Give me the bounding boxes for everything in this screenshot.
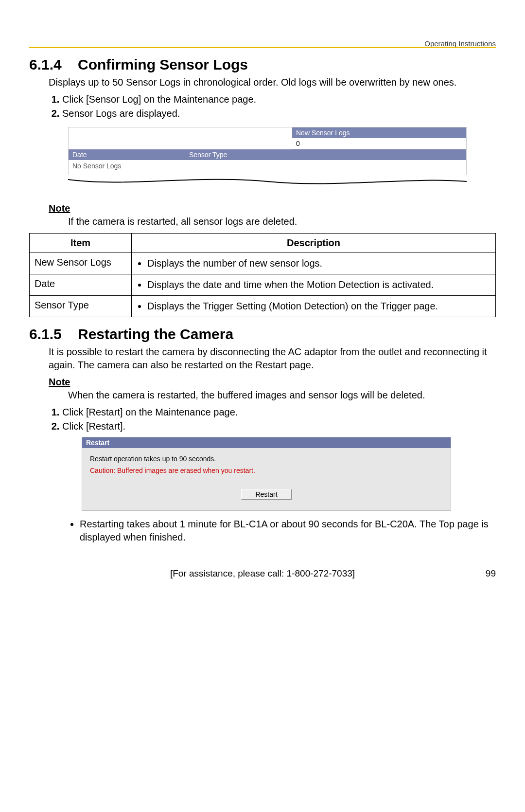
section-615-title: Restarting the Camera — [78, 326, 233, 342]
cell-item: Date — [30, 274, 132, 296]
section-615-bullets: Restarting takes about 1 minute for BL-C… — [49, 518, 496, 544]
section-614-heading: 6.1.4Confirming Sensor Logs — [29, 56, 496, 73]
section-614-steps: Click [Sensor Log] on the Maintenance pa… — [49, 94, 496, 119]
col-date: Date — [69, 149, 185, 160]
restart-button[interactable]: Restart — [241, 489, 291, 500]
step-text: Click [Restart] on the Maintenance page. — [62, 407, 238, 417]
table-row: Date Displays the date and time when the… — [30, 274, 496, 296]
section-615-heading: 6.1.5Restarting the Camera — [29, 326, 496, 343]
step-text: Click [Sensor Log] on the Maintenance pa… — [62, 94, 256, 105]
cell-desc: Displays the date and time when the Moti… — [132, 274, 496, 296]
section-614-intro: Displays up to 50 Sensor Logs in chronol… — [49, 76, 496, 89]
section-614-title: Confirming Sensor Logs — [78, 56, 248, 72]
note-label: Note — [49, 377, 496, 388]
cell-item: Sensor Type — [30, 296, 132, 317]
new-sensor-logs-value: 0 — [292, 138, 466, 149]
sensor-log-screenshot: New Sensor Logs 0 Date Sensor Type No Se… — [68, 127, 467, 175]
section-615-number: 6.1.5 — [29, 326, 78, 343]
section-615-intro: It is possible to restart the camera by … — [49, 345, 496, 372]
note-label: Note — [49, 203, 496, 214]
table-row: New Sensor Logs Displays the number of n… — [30, 253, 496, 274]
section-615-steps: Click [Restart] on the Maintenance page.… — [49, 407, 496, 432]
restart-msg-duration: Restart operation takes up to 90 seconds… — [90, 455, 443, 463]
page-footer: [For assistance, please call: 1-800-272-… — [29, 568, 496, 579]
footer-assistance: [For assistance, please call: 1-800-272-… — [58, 568, 467, 579]
cell-desc: Displays the number of new sensor logs. — [132, 253, 496, 274]
new-sensor-logs-header: New Sensor Logs — [292, 127, 466, 138]
note-body: When the camera is restarted, the buffer… — [68, 389, 496, 402]
footer-page-number: 99 — [467, 568, 496, 579]
cell-desc-text: Displays the number of new sensor logs. — [147, 257, 490, 270]
th-item: Item — [30, 234, 132, 253]
header-rule — [29, 47, 496, 48]
sensor-log-description-table: Item Description New Sensor Logs Display… — [29, 233, 496, 317]
no-sensor-logs-text: No Sensor Logs — [69, 160, 466, 175]
section-614-number: 6.1.4 — [29, 56, 78, 73]
step-text: Click [Restart]. — [62, 421, 125, 432]
cell-item: New Sensor Logs — [30, 253, 132, 274]
col-sensor-type: Sensor Type — [185, 149, 466, 160]
restart-msg-caution: Caution: Buffered images are erased when… — [90, 467, 443, 474]
note-body: If the camera is restarted, all sensor l… — [68, 215, 496, 228]
th-desc: Description — [132, 234, 496, 253]
cell-desc: Displays the Trigger Setting (Motion Det… — [132, 296, 496, 317]
torn-edge — [68, 179, 467, 187]
cell-desc-text: Displays the Trigger Setting (Motion Det… — [147, 300, 490, 313]
restart-screenshot: Restart Restart operation takes up to 90… — [82, 437, 451, 511]
restart-titlebar: Restart — [82, 437, 451, 448]
bullet-text: Restarting takes about 1 minute for BL-C… — [80, 518, 496, 544]
table-row: Sensor Type Displays the Trigger Setting… — [30, 296, 496, 317]
cell-desc-text: Displays the date and time when the Moti… — [147, 278, 490, 291]
step-text: Sensor Logs are displayed. — [62, 108, 180, 119]
